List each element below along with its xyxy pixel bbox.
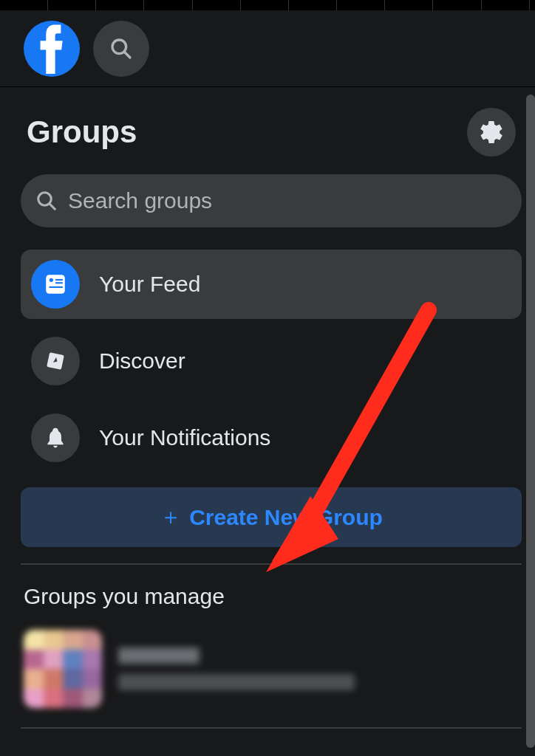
divider bbox=[21, 727, 522, 729]
divider bbox=[21, 563, 522, 565]
top-header bbox=[0, 10, 535, 87]
svg-line-1 bbox=[124, 52, 130, 58]
svg-rect-6 bbox=[55, 279, 63, 281]
browser-tab-strip bbox=[0, 0, 535, 10]
bell-icon bbox=[31, 413, 80, 462]
group-name-redacted bbox=[118, 647, 200, 664]
search-icon bbox=[35, 190, 58, 212]
nav-your-feed[interactable]: Your Feed bbox=[21, 250, 522, 319]
global-search-button[interactable] bbox=[93, 21, 149, 77]
search-icon bbox=[109, 37, 133, 61]
create-new-group-button[interactable]: ＋ Create New Group bbox=[21, 487, 522, 547]
svg-rect-4 bbox=[46, 275, 65, 294]
title-row: Groups bbox=[21, 87, 522, 174]
nav-label: Your Notifications bbox=[99, 425, 270, 450]
page-title: Groups bbox=[27, 114, 137, 150]
nav-notifications[interactable]: Your Notifications bbox=[21, 403, 522, 472]
group-thumbnail bbox=[24, 630, 102, 708]
feed-icon bbox=[31, 260, 80, 309]
group-text-area bbox=[118, 647, 519, 690]
groups-you-manage-header: Groups you manage bbox=[21, 581, 522, 622]
gear-icon bbox=[478, 119, 505, 145]
nav-discover[interactable]: Discover bbox=[21, 326, 522, 396]
plus-icon: ＋ bbox=[160, 502, 182, 532]
svg-rect-7 bbox=[55, 282, 63, 284]
group-subtitle-redacted bbox=[118, 674, 355, 690]
facebook-f-icon bbox=[35, 24, 68, 74]
discover-icon bbox=[31, 337, 80, 385]
svg-line-3 bbox=[50, 204, 55, 210]
managed-group-item[interactable] bbox=[21, 622, 522, 715]
groups-search-bar[interactable] bbox=[21, 174, 522, 227]
scrollbar[interactable] bbox=[526, 94, 535, 748]
nav-label: Discover bbox=[99, 348, 185, 374]
settings-button[interactable] bbox=[467, 108, 516, 157]
facebook-logo[interactable] bbox=[24, 21, 80, 77]
nav-label: Your Feed bbox=[99, 272, 200, 297]
sidebar-panel: Groups Your Feed bbox=[0, 87, 535, 756]
svg-point-5 bbox=[50, 278, 53, 282]
svg-rect-8 bbox=[50, 286, 63, 288]
groups-search-input[interactable] bbox=[68, 188, 507, 213]
create-button-label: Create New Group bbox=[189, 505, 383, 530]
